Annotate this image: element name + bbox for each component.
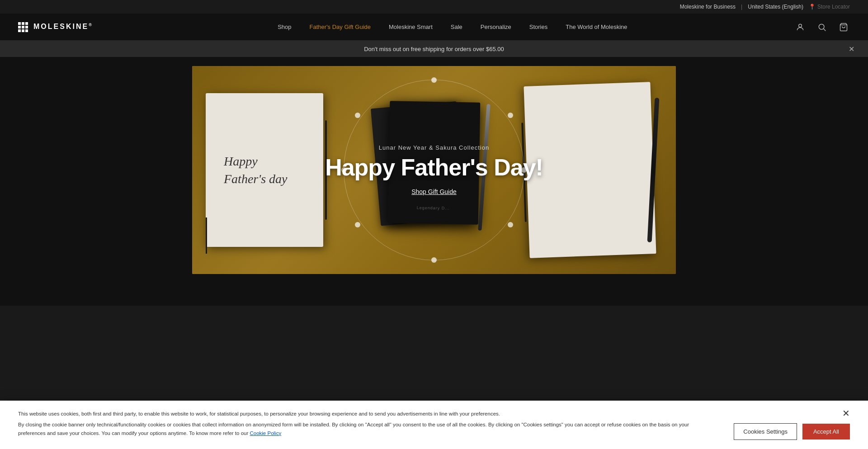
circle-handle-top [431, 77, 437, 83]
cookie-close-button[interactable]: ✕ [842, 408, 850, 419]
main-header: MOLESKINE® Shop Father's Day Gift Guide … [0, 14, 868, 41]
notebook-ribbon [206, 217, 207, 254]
notebook-dark-front: Legendary D... [388, 101, 481, 224]
announcement-text: Don't miss out on free shipping for orde… [364, 46, 504, 52]
nav-sale[interactable]: Sale [442, 14, 472, 41]
svg-point-0 [799, 24, 802, 27]
cookie-settings-button[interactable]: Cookies Settings [734, 423, 797, 440]
cookie-text-primary: This website uses cookies, both first an… [18, 410, 716, 418]
logo[interactable]: MOLESKINE® [18, 22, 93, 32]
hero-cta-link[interactable]: Shop Gift Guide [411, 188, 457, 195]
cookie-banner-inner: This website uses cookies, both first an… [18, 410, 850, 440]
main-nav: Shop Father's Day Gift Guide Moleskine S… [111, 14, 794, 41]
notebook-right-cover [524, 82, 656, 258]
cookie-banner: This website uses cookies, both first an… [0, 401, 868, 449]
business-link[interactable]: Moleskine for Business [680, 4, 736, 10]
circle-handle-left [341, 167, 347, 173]
logo-grid-icon [18, 22, 28, 32]
cart-icon[interactable] [837, 21, 850, 33]
announcement-bar: Don't miss out on free shipping for orde… [0, 41, 868, 57]
accept-all-button[interactable]: Accept All [802, 424, 850, 440]
pin-icon: 📍 [809, 4, 816, 10]
logo-text: MOLESKINE® [33, 23, 93, 31]
language-selector[interactable]: United States (English) [748, 4, 803, 10]
svg-point-1 [819, 24, 824, 29]
notebook-dark-label: Legendary D... [417, 205, 450, 210]
cookie-actions: Cookies Settings Accept All [734, 423, 850, 440]
nav-fathers-day[interactable]: Father's Day Gift Guide [301, 14, 380, 41]
cookie-text: This website uses cookies, both first an… [18, 410, 716, 440]
separator: | [741, 4, 742, 10]
svg-line-2 [824, 28, 826, 31]
nav-world-of-moleskine[interactable]: The World of Moleskine [557, 14, 636, 41]
nav-shop[interactable]: Shop [269, 14, 300, 41]
nav-moleskine-smart[interactable]: Moleskine Smart [380, 14, 442, 41]
hero-section: Happy Father's day [0, 57, 868, 279]
search-icon[interactable] [816, 21, 828, 33]
hero-container: Happy Father's day [192, 66, 676, 274]
notebook-handwriting: Happy Father's day [224, 152, 288, 188]
account-icon[interactable] [794, 21, 807, 33]
notebook-band [325, 120, 327, 220]
notebook-left-cover: Happy Father's day [206, 93, 323, 247]
header-icons [794, 21, 850, 33]
announcement-close-button[interactable]: ✕ [849, 45, 854, 53]
bottom-section [0, 279, 868, 306]
store-locator[interactable]: 📍 Store Locator [809, 4, 850, 10]
notebook-left: Happy Father's day [206, 93, 332, 256]
circle-handle-bottom [431, 257, 437, 263]
circle-handle-right [521, 167, 527, 173]
cookie-policy-link[interactable]: Cookie Policy [250, 430, 281, 436]
notebooks-center: Legendary D... [384, 99, 484, 235]
nav-stories[interactable]: Stories [520, 14, 557, 41]
circle-handle-topright [508, 113, 513, 118]
nav-personalize[interactable]: Personalize [472, 14, 520, 41]
utility-bar: Moleskine for Business | United States (… [0, 0, 868, 14]
circle-handle-topleft [355, 113, 360, 118]
notebook-right [527, 84, 662, 274]
cookie-text-secondary: By closing the cookie banner only techni… [18, 421, 716, 437]
